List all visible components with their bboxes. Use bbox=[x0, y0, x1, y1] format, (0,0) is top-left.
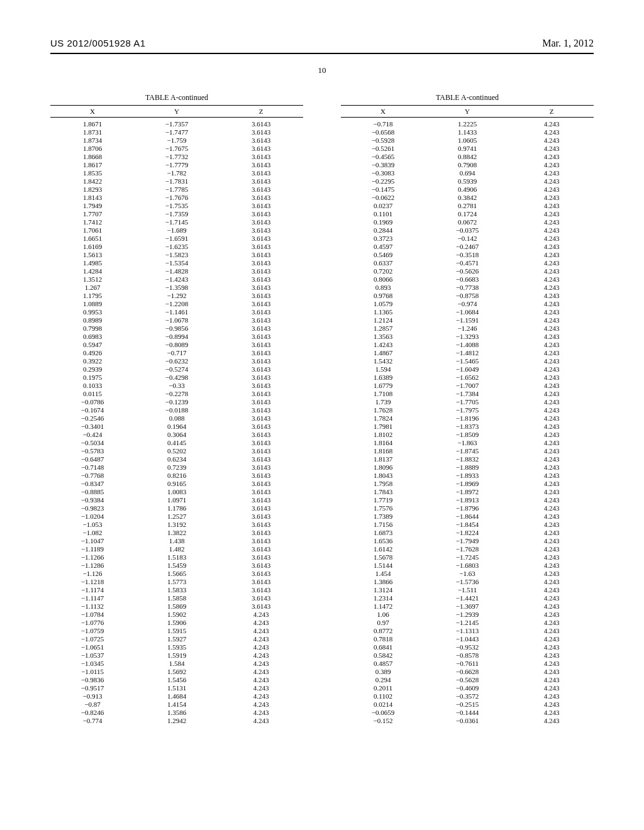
table-cell: 3.6143 bbox=[219, 284, 303, 292]
table-cell: 3.6143 bbox=[219, 382, 303, 390]
table-cell: −0.9823 bbox=[50, 504, 135, 512]
table-cell: 1.8137 bbox=[341, 455, 425, 463]
table-row: −1.02041.25273.6143 bbox=[50, 512, 303, 521]
table-cell: 4.243 bbox=[509, 643, 594, 651]
table-row: −0.152−0.03614.243 bbox=[341, 717, 594, 725]
table-row: −0.871.41544.243 bbox=[50, 700, 303, 709]
table-cell: −0.3518 bbox=[425, 251, 509, 259]
table-cell: 1.0083 bbox=[135, 488, 219, 496]
table-cell: 1.5456 bbox=[135, 676, 219, 684]
table-cell: 3.6143 bbox=[219, 586, 303, 594]
table-cell: 3.6143 bbox=[219, 243, 303, 251]
table-row: 1.8422−1.78313.6143 bbox=[50, 177, 303, 185]
table-cell: −0.4571 bbox=[425, 259, 509, 267]
table-cell: 0.7818 bbox=[341, 635, 425, 643]
table-cell: 1.5692 bbox=[135, 668, 219, 676]
table-cell: 0.1033 bbox=[50, 382, 135, 390]
table-row: 0.1033−0.333.6143 bbox=[50, 382, 303, 390]
table-cell: 3.6143 bbox=[219, 496, 303, 504]
table-cell: 4.243 bbox=[509, 480, 594, 488]
table-row: 1.1365−1.06844.243 bbox=[341, 308, 594, 316]
table-cell: 4.243 bbox=[509, 496, 594, 504]
table-row: 1.7824−1.81964.243 bbox=[341, 414, 594, 423]
table-cell: −1.7384 bbox=[425, 390, 509, 398]
table-row: 0.6983−0.89943.6143 bbox=[50, 333, 303, 341]
table-cell: −0.3839 bbox=[341, 161, 425, 169]
table-row: 0.11010.17244.243 bbox=[341, 210, 594, 218]
table-cell: −0.142 bbox=[425, 235, 509, 243]
table-row: 1.6389−1.65624.243 bbox=[341, 374, 594, 382]
table-cell: 0.9165 bbox=[135, 480, 219, 488]
table-cell: −1.3293 bbox=[425, 333, 509, 341]
table-cell: 1.7719 bbox=[341, 496, 425, 504]
table-row: 1.6536−1.79494.243 bbox=[341, 537, 594, 545]
table-title-right: TABLE A-continued bbox=[341, 93, 594, 102]
table-row: 1.8535−1.7823.6143 bbox=[50, 169, 303, 177]
table-cell: 0.4145 bbox=[135, 439, 219, 447]
table-cell: −0.33 bbox=[135, 382, 219, 390]
table-row: 1.8096−1.88894.243 bbox=[341, 463, 594, 472]
table-cell: 0.4597 bbox=[341, 243, 425, 251]
table-cell: 0.4926 bbox=[50, 349, 135, 357]
table-row: 0.2939−0.52743.6143 bbox=[50, 365, 303, 374]
table-cell: 0.1975 bbox=[50, 374, 135, 382]
table-cell: −0.2515 bbox=[425, 700, 509, 709]
table-cell: −0.5034 bbox=[50, 439, 135, 447]
table-cell: 4.243 bbox=[509, 676, 594, 684]
table-cell: 4.243 bbox=[509, 709, 594, 717]
table-cell: 0.97 bbox=[341, 619, 425, 627]
table-cell: 0.0672 bbox=[425, 218, 509, 226]
table-cell: 0.4857 bbox=[341, 660, 425, 668]
table-cell: −0.5274 bbox=[135, 365, 219, 374]
table-cell: 4.243 bbox=[219, 635, 303, 643]
table-cell: 3.6143 bbox=[219, 251, 303, 259]
table-cell: −1.8196 bbox=[425, 414, 509, 423]
table-cell: 4.243 bbox=[509, 414, 594, 423]
table-row: −0.64870.62343.6143 bbox=[50, 455, 303, 463]
table-cell: 4.243 bbox=[509, 177, 594, 185]
table-cell: 4.243 bbox=[219, 643, 303, 651]
table-cell: 3.6143 bbox=[219, 169, 303, 177]
table-row: 0.4926−0.7173.6143 bbox=[50, 349, 303, 357]
table-cell: 1.8043 bbox=[341, 472, 425, 480]
table-row: 1.6142−1.76284.243 bbox=[341, 545, 594, 553]
table-row: −0.57830.52023.6143 bbox=[50, 447, 303, 455]
table-cell: −1.3697 bbox=[425, 602, 509, 611]
table-cell: 0.389 bbox=[341, 668, 425, 676]
table-row: 1.5144−1.68034.243 bbox=[341, 562, 594, 570]
table-row: 0.2844−0.03754.243 bbox=[341, 226, 594, 235]
table-row: −1.11471.58583.6143 bbox=[50, 594, 303, 602]
table-cell: 1.8535 bbox=[50, 169, 135, 177]
table-cell: 3.6143 bbox=[219, 423, 303, 431]
table-cell: 4.243 bbox=[509, 692, 594, 700]
table-cell: −1.8373 bbox=[425, 423, 509, 431]
table-cell: 3.6143 bbox=[219, 472, 303, 480]
table-cell: 1.5183 bbox=[135, 553, 219, 562]
table-cell: −0.7148 bbox=[50, 463, 135, 472]
table-cell: 1.8422 bbox=[50, 177, 135, 185]
table-row: −1.12181.57733.6143 bbox=[50, 578, 303, 586]
table-cell: −1.7359 bbox=[135, 210, 219, 218]
table-cell: 3.6143 bbox=[219, 374, 303, 382]
table-cell: −1.0759 bbox=[50, 627, 135, 635]
table-row: −0.14750.49064.243 bbox=[341, 185, 594, 194]
table-cell: 4.243 bbox=[509, 333, 594, 341]
publication-date: Mar. 1, 2012 bbox=[542, 38, 594, 49]
table-cell: 1.2124 bbox=[341, 316, 425, 324]
table-cell: 4.243 bbox=[509, 635, 594, 643]
table-cell: −1.7145 bbox=[135, 218, 219, 226]
table-cell: 1.7412 bbox=[50, 218, 135, 226]
table-cell: −0.6232 bbox=[135, 357, 219, 365]
table-cell: 3.6143 bbox=[219, 218, 303, 226]
table-cell: 1.454 bbox=[341, 570, 425, 578]
table-cell: −1.126 bbox=[50, 570, 135, 578]
table-row: 1.7958−1.89694.243 bbox=[341, 480, 594, 488]
table-cell: 0.5202 bbox=[135, 447, 219, 455]
table-row: 0.3922−0.62323.6143 bbox=[50, 357, 303, 365]
table-row: 1.8671−1.73573.6143 bbox=[50, 118, 303, 128]
table-cell: −1.1174 bbox=[50, 586, 135, 594]
table-cell: 3.6143 bbox=[219, 365, 303, 374]
table-cell: 0.0115 bbox=[50, 390, 135, 398]
table-cell: 3.6143 bbox=[219, 226, 303, 235]
table-cell: −0.8578 bbox=[425, 651, 509, 660]
